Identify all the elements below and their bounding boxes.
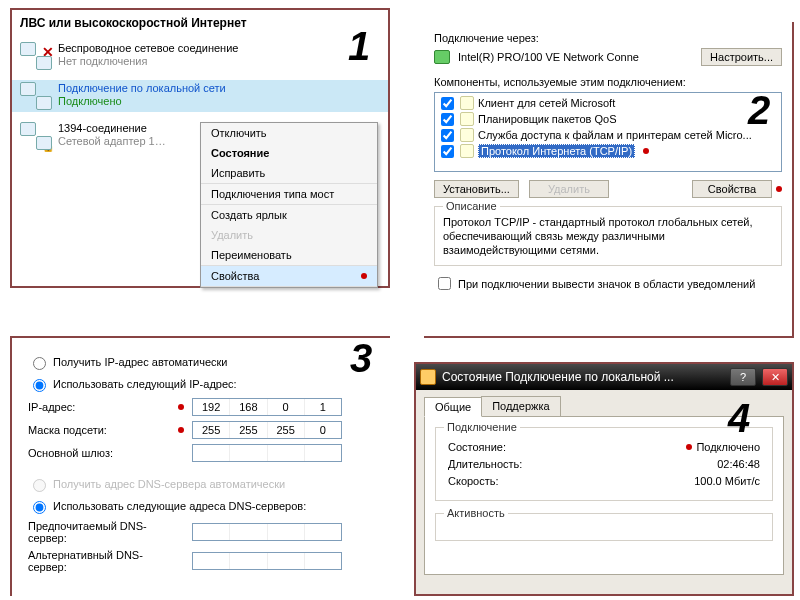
menu-disable[interactable]: Отключить	[201, 123, 377, 143]
component-checkbox[interactable]	[441, 129, 454, 142]
duration-value: 02:46:48	[717, 458, 760, 470]
nic-icon	[434, 50, 450, 64]
ip-input[interactable]: 19216801	[192, 398, 342, 416]
menu-status[interactable]: Состояние	[201, 143, 377, 163]
manual-dns-label: Использовать следующие адреса DNS-сервер…	[53, 500, 306, 512]
highlight-dot-icon	[686, 444, 692, 450]
disconnected-icon: ✕	[42, 44, 54, 60]
menu-rename[interactable]: Переименовать	[201, 245, 377, 266]
menu-properties[interactable]: Свойства	[201, 266, 377, 287]
connection-status: Нет подключения	[58, 55, 238, 68]
highlight-dot-icon	[776, 186, 782, 192]
highlight-dot-icon	[178, 427, 184, 433]
component-label: Планировщик пакетов QoS	[478, 113, 617, 125]
connection-icon: 🔒	[20, 122, 52, 150]
component-icon	[460, 112, 474, 126]
menu-repair[interactable]: Исправить	[201, 163, 377, 184]
properties-button[interactable]: Свойства	[692, 180, 772, 198]
gateway-input[interactable]	[192, 444, 342, 462]
close-button[interactable]: ✕	[762, 368, 788, 386]
menu-delete: Удалить	[201, 225, 377, 245]
tab-support[interactable]: Поддержка	[481, 396, 560, 416]
manual-ip-label: Использовать следующий IP-адрес:	[53, 378, 237, 390]
component-checkbox[interactable]	[441, 97, 454, 110]
manual-dns-radio[interactable]	[33, 501, 46, 514]
context-menu: Отключить Состояние Исправить Подключени…	[200, 122, 378, 288]
description-legend: Описание	[443, 200, 500, 212]
dns1-label: Предпочитаемый DNS-сервер:	[28, 520, 178, 544]
component-row[interactable]: Служба доступа к файлам и принтерам сете…	[437, 127, 779, 143]
connection-icon: ✕	[20, 42, 52, 70]
highlight-dot-icon	[643, 148, 649, 154]
connect-via-label: Подключение через:	[434, 32, 782, 44]
component-row-tcpip[interactable]: Протокол Интернета (TCP/IP)	[437, 143, 779, 159]
connection-name: Беспроводное сетевое соединение	[58, 42, 238, 55]
auto-ip-label: Получить IP-адрес автоматически	[53, 356, 227, 368]
mask-input[interactable]: 2552552550	[192, 421, 342, 439]
marker-2: 2	[748, 88, 770, 133]
titlebar[interactable]: Состояние Подключение по локальной ... ?…	[416, 364, 792, 390]
component-label: Клиент для сетей Microsoft	[478, 97, 615, 109]
connection-legend: Подключение	[444, 421, 520, 433]
component-icon	[460, 96, 474, 110]
connection-wireless[interactable]: ✕ Беспроводное сетевое соединение Нет по…	[12, 40, 388, 72]
auto-ip-radio[interactable]	[33, 357, 46, 370]
components-listbox[interactable]: Клиент для сетей Microsoft Планировщик п…	[434, 92, 782, 172]
connection-group: Подключение Состояние: Подключено Длител…	[435, 427, 773, 501]
highlight-dot-icon	[361, 273, 367, 279]
connection-name: Подключение по локальной сети	[58, 82, 226, 95]
menu-bridge[interactable]: Подключения типа мост	[201, 184, 377, 205]
network-connections-panel: ЛВС или высокоскоростной Интернет ✕ Бесп…	[10, 8, 390, 288]
tray-icon-label: При подключении вывести значок в области…	[458, 278, 755, 290]
component-checkbox[interactable]	[441, 113, 454, 126]
configure-button[interactable]: Настроить...	[701, 48, 782, 66]
dns2-label: Альтернативный DNS-сервер:	[28, 549, 178, 573]
description-text: Протокол TCP/IP - стандартный протокол г…	[443, 215, 773, 257]
component-checkbox[interactable]	[441, 145, 454, 158]
marker-1: 1	[348, 24, 370, 69]
connection-name: 1394-соединение	[58, 122, 166, 135]
gateway-label: Основной шлюз:	[28, 447, 178, 459]
dns2-input[interactable]	[192, 552, 342, 570]
connection-properties-panel: Подключение через: Intel(R) PRO/100 VE N…	[424, 22, 794, 338]
dns1-input[interactable]	[192, 523, 342, 541]
auto-dns-radio	[33, 479, 46, 492]
marker-4: 4	[728, 396, 750, 441]
mask-label: Маска подсети:	[28, 424, 178, 436]
activity-legend: Активность	[444, 507, 508, 519]
speed-label: Скорость:	[448, 475, 499, 487]
tcpip-settings-panel: Получить IP-адрес автоматически Использо…	[10, 336, 390, 596]
connection-lan[interactable]: Подключение по локальной сети Подключено	[12, 80, 388, 112]
connection-status: Сетевой адаптер 1…	[58, 135, 166, 148]
connection-status: Подключено	[58, 95, 226, 108]
component-label: Протокол Интернета (TCP/IP)	[478, 144, 635, 158]
manual-ip-radio[interactable]	[33, 379, 46, 392]
activity-group: Активность	[435, 513, 773, 541]
ip-label: IP-адрес:	[28, 401, 178, 413]
component-label: Служба доступа к файлам и принтерам сете…	[478, 129, 752, 141]
connection-icon	[20, 82, 52, 110]
status-value: Подключено	[686, 441, 760, 453]
description-group: Описание Протокол TCP/IP - стандартный п…	[434, 206, 782, 266]
duration-label: Длительность:	[448, 458, 522, 470]
component-row[interactable]: Клиент для сетей Microsoft	[437, 95, 779, 111]
speed-value: 100.0 Мбит/с	[694, 475, 760, 487]
highlight-dot-icon	[178, 404, 184, 410]
component-row[interactable]: Планировщик пакетов QoS	[437, 111, 779, 127]
window-title: Состояние Подключение по локальной ...	[442, 370, 724, 384]
status-label: Состояние:	[448, 441, 506, 453]
menu-shortcut[interactable]: Создать ярлык	[201, 205, 377, 225]
nic-name: Intel(R) PRO/100 VE Network Conne	[458, 51, 693, 63]
window-icon	[420, 369, 436, 385]
help-button[interactable]: ?	[730, 368, 756, 386]
components-label: Компоненты, используемые этим подключени…	[434, 76, 782, 88]
tab-general[interactable]: Общие	[424, 397, 482, 417]
component-icon	[460, 128, 474, 142]
auto-dns-label: Получить адрес DNS-сервера автоматически	[53, 478, 285, 490]
uninstall-button: Удалить	[529, 180, 609, 198]
component-icon	[460, 144, 474, 158]
tray-icon-checkbox[interactable]	[438, 277, 451, 290]
install-button[interactable]: Установить...	[434, 180, 519, 198]
panel1-title: ЛВС или высокоскоростной Интернет	[12, 10, 388, 40]
menu-properties-label: Свойства	[211, 270, 259, 282]
